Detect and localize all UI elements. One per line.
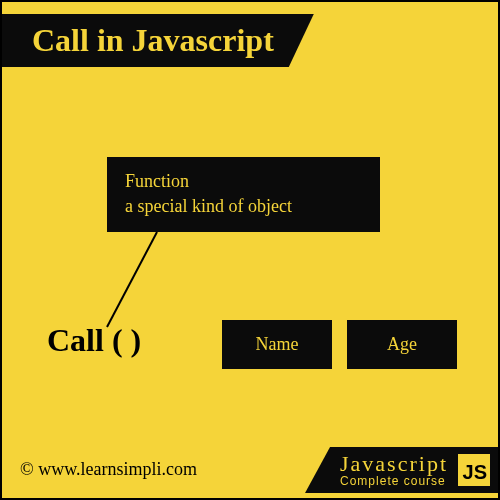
watermark: © www.learnsimpli.com <box>20 459 197 480</box>
connector-line <box>97 232 167 330</box>
page-title: Call in Javascript <box>32 22 274 58</box>
function-line2: a special kind of object <box>125 194 362 219</box>
footer-text: Javascript Complete course <box>340 453 448 487</box>
js-badge-icon: JS <box>458 454 490 486</box>
name-label: Name <box>256 334 299 354</box>
footer-sub-text: Complete course <box>340 475 448 487</box>
function-description-box: Function a special kind of object <box>107 157 380 232</box>
call-method-label: Call ( ) <box>47 322 141 359</box>
svg-line-0 <box>107 232 157 327</box>
age-property-box: Age <box>347 320 457 369</box>
footer-ribbon: Javascript Complete course JS <box>305 447 498 493</box>
name-property-box: Name <box>222 320 332 369</box>
function-line1: Function <box>125 169 362 194</box>
age-label: Age <box>387 334 417 354</box>
footer-main-text: Javascript <box>340 453 448 475</box>
title-ribbon: Call in Javascript <box>2 14 314 67</box>
